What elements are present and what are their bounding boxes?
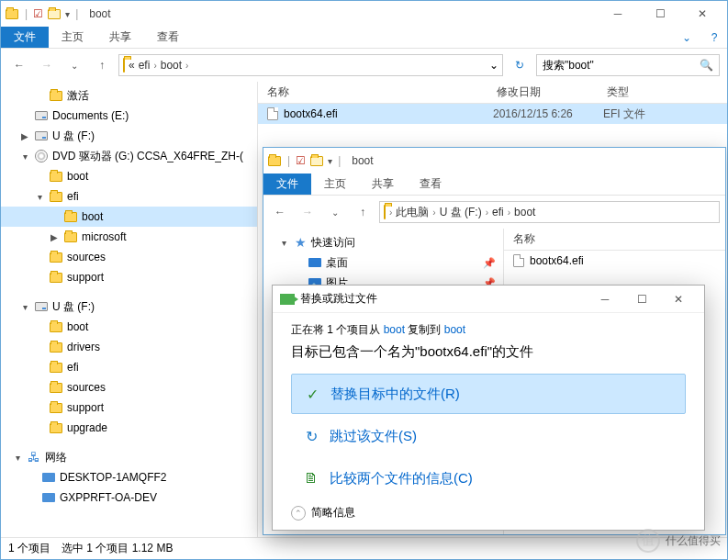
expand-icon[interactable]: ▾ (12, 453, 23, 463)
tree-item[interactable]: ▾★快速访问 (263, 232, 503, 252)
col-name[interactable]: 名称 (504, 231, 688, 247)
tree-item[interactable]: DESKTOP-1AMQFF2 (1, 467, 257, 487)
more-details[interactable]: ⌃ 简略信息 (291, 505, 355, 521)
close-button[interactable]: ✕ (660, 286, 697, 312)
tree-item[interactable]: ▾efi (1, 186, 257, 207)
tree-item[interactable]: efi (1, 357, 257, 377)
folder-icon (5, 6, 19, 21)
chevron-right-icon[interactable]: › (508, 207, 510, 218)
bc-pc[interactable]: 此电脑 (396, 205, 429, 220)
tree-item[interactable]: ▶microsoft (1, 227, 257, 247)
tab-view[interactable]: 查看 (144, 27, 192, 48)
tree-label: 网络 (45, 450, 67, 465)
bc-boot[interactable]: boot (161, 59, 182, 72)
col-type[interactable]: 类型 (598, 84, 689, 100)
tab-share[interactable]: 共享 (96, 27, 144, 48)
bc-drive[interactable]: U 盘 (F:) (440, 205, 482, 220)
file-row[interactable]: bootx64.efi 2016/12/15 6:26 EFI 文件 (258, 104, 727, 124)
ribbon-expand-icon[interactable]: ⌄ (672, 27, 701, 48)
expand-icon[interactable]: ▾ (34, 192, 45, 202)
tree-item[interactable]: 激活 (1, 85, 257, 106)
tab-file[interactable]: 文件 (1, 27, 49, 48)
tree-item[interactable]: ▶U 盘 (F:) (1, 126, 257, 146)
search-placeholder: 搜索"boot" (543, 58, 594, 73)
qat-overflow-icon[interactable]: ▾ (65, 9, 70, 19)
drive-icon (34, 108, 49, 123)
tree-item[interactable]: boot (1, 317, 257, 337)
chevron-right-icon[interactable]: › (153, 61, 156, 71)
col-name[interactable]: 名称 (258, 84, 487, 100)
search-icon[interactable]: 🔍 (700, 59, 713, 72)
file-row[interactable]: bootx64.efi (504, 251, 725, 271)
tab-home[interactable]: 主页 (49, 27, 96, 48)
tree-item[interactable]: ▾U 盘 (F:) (1, 297, 257, 317)
tab-share[interactable]: 共享 (359, 174, 407, 195)
bc-prefix[interactable]: « (129, 59, 135, 72)
tree-item[interactable]: GXPPRFT-OA-DEV (1, 487, 257, 508)
bc-efi[interactable]: efi (492, 206, 504, 218)
tab-view[interactable]: 查看 (407, 174, 454, 195)
minimize-button[interactable]: ─ (597, 1, 639, 27)
tree-item[interactable]: Documents (E:) (1, 106, 257, 126)
tree-item[interactable]: boot (1, 166, 257, 186)
up-button[interactable]: ↑ (91, 54, 113, 76)
recent-dropdown-icon[interactable]: ⌄ (324, 201, 346, 223)
titlebar[interactable]: | ☑ ▾ | boot ─ ☐ ✕ (1, 1, 727, 27)
expand-icon[interactable]: ▶ (19, 131, 30, 141)
expand-icon[interactable]: ▾ (19, 151, 30, 162)
breadcrumb[interactable]: « efi › boot › ⌄ (118, 54, 503, 76)
expand-icon[interactable]: ▾ (278, 238, 289, 248)
tree-item[interactable]: upgrade (1, 418, 257, 438)
chevron-right-icon[interactable]: › (432, 207, 435, 218)
expand-icon[interactable]: ▾ (19, 302, 30, 312)
tree-item[interactable]: 桌面📌 (263, 252, 503, 273)
maximize-button[interactable]: ☐ (639, 1, 681, 27)
option-replace[interactable]: ✓ 替换目标中的文件(R) (291, 374, 686, 414)
breadcrumb[interactable]: › 此电脑 › U 盘 (F:) › efi › boot (379, 201, 720, 223)
close-button[interactable]: ✕ (681, 1, 723, 27)
dvd-icon (34, 149, 49, 163)
chevron-right-icon[interactable]: › (486, 207, 488, 218)
forward-button[interactable]: → (297, 201, 319, 223)
help-icon[interactable]: ? (701, 27, 727, 48)
tab-home[interactable]: 主页 (311, 174, 359, 195)
back-button[interactable]: ← (269, 201, 291, 223)
bc-boot[interactable]: boot (514, 206, 535, 218)
dialog-titlebar[interactable]: 替换或跳过文件 ─ ☐ ✕ (273, 286, 704, 313)
forward-button[interactable]: → (36, 54, 58, 76)
folder-icon (49, 420, 63, 435)
tree-item[interactable]: support (1, 267, 257, 287)
maximize-button[interactable]: ☐ (623, 286, 660, 312)
tab-file[interactable]: 文件 (263, 174, 311, 195)
chevron-right-icon[interactable]: › (389, 207, 392, 218)
replace-dialog: 替换或跳过文件 ─ ☐ ✕ 正在将 1 个项目从 boot 复制到 boot 目… (272, 285, 705, 531)
chevron-right-icon[interactable]: › (185, 61, 188, 71)
qat-overflow-icon[interactable]: ▾ (328, 156, 332, 166)
folder-icon (49, 88, 63, 103)
col-date[interactable]: 修改日期 (487, 84, 598, 100)
nav-tree[interactable]: 激活Documents (E:)▶U 盘 (F:)▾DVD 驱动器 (G:) C… (1, 82, 258, 537)
tree-item[interactable]: sources (1, 377, 257, 398)
expand-icon[interactable]: ▶ (49, 232, 60, 242)
minimize-button[interactable]: ─ (587, 286, 623, 312)
folder-icon (49, 360, 63, 375)
src-link[interactable]: boot (384, 323, 405, 336)
tree-item[interactable]: support (1, 398, 257, 418)
bc-efi[interactable]: efi (139, 59, 151, 72)
tree-item[interactable]: drivers (1, 337, 257, 357)
refresh-button[interactable]: ↻ (509, 54, 531, 76)
tree-item[interactable]: boot (1, 207, 257, 227)
search-input[interactable]: 搜索"boot" 🔍 (536, 54, 720, 76)
recent-dropdown-icon[interactable]: ⌄ (63, 54, 85, 76)
up-button[interactable]: ↑ (352, 201, 374, 223)
option-skip[interactable]: ↻ 跳过该文件(S) (291, 416, 686, 456)
dst-link[interactable]: boot (444, 323, 465, 336)
tree-label: U 盘 (F:) (52, 129, 95, 144)
tree-item[interactable]: sources (1, 247, 257, 267)
tree-item[interactable]: ▾DVD 驱动器 (G:) CCSA_X64FRE_ZH-( (1, 146, 257, 166)
titlebar[interactable]: | ☑ ▾ | boot (263, 148, 725, 174)
tree-item[interactable]: ▾🖧网络 (1, 447, 257, 467)
back-button[interactable]: ← (8, 54, 30, 76)
dropdown-icon[interactable]: ⌄ (489, 59, 498, 72)
option-compare[interactable]: 🗎 比较两个文件的信息(C) (291, 458, 686, 498)
